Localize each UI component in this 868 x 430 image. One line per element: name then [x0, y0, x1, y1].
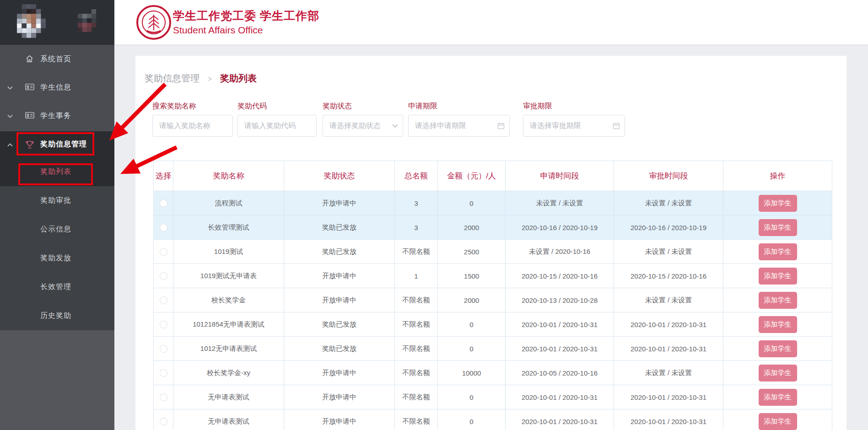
- award-name-field[interactable]: [153, 115, 232, 136]
- column-header: 金额（元）/人: [438, 161, 506, 191]
- row-select-radio[interactable]: [160, 296, 167, 304]
- filter-label: 申请期限: [408, 102, 510, 111]
- column-header: 审批时间段: [614, 161, 723, 191]
- award-amount-cell: 10000: [438, 361, 506, 385]
- filter-award-name: 搜索奖助名称: [152, 102, 233, 137]
- sidebar-subitem-award-grant[interactable]: 奖助发放: [0, 244, 114, 273]
- breadcrumb-parent[interactable]: 奖助信息管理: [145, 73, 199, 83]
- row-select-radio[interactable]: [160, 248, 167, 256]
- apply-period-cell: 2020-10-01 / 2020-10-31: [506, 337, 614, 361]
- sidebar-item-label: 学生信息: [40, 83, 71, 92]
- idcard-icon: [25, 111, 34, 120]
- apply-period-cell: 2020-10-01 / 2020-10-31: [506, 409, 614, 430]
- award-name-cell: 1019测试: [173, 240, 284, 264]
- sidebar-subitem-history-award[interactable]: 历史奖助: [0, 301, 114, 330]
- award-status-field[interactable]: [323, 115, 403, 136]
- award-name-cell: 1012无申请表测试: [173, 337, 284, 361]
- award-code-field[interactable]: [238, 115, 316, 136]
- apply-period-date-picker[interactable]: [408, 115, 510, 137]
- award-amount-cell: 0: [438, 409, 506, 430]
- award-name-input[interactable]: [152, 115, 233, 137]
- trophy-icon: [25, 140, 34, 149]
- row-select-radio[interactable]: [160, 418, 167, 425]
- apply-period-cell: 2020-10-15 / 2020-10-16: [506, 264, 614, 288]
- sidebar-item-student-affairs[interactable]: 学生事务: [0, 102, 114, 130]
- chevron-down-icon: [5, 112, 15, 120]
- award-status-cell: 开放申请中: [284, 409, 395, 430]
- row-select-radio[interactable]: [160, 369, 167, 377]
- table-row: 1012无申请表测试奖助已发放不限名额02020-10-01 / 2020-10…: [154, 337, 832, 361]
- sidebar-subitem-award-list[interactable]: 奖助列表: [0, 157, 114, 186]
- apply-period-cell: 2020-10-05 / 2020-10-16: [506, 361, 614, 385]
- row-select-radio[interactable]: [160, 272, 167, 280]
- column-header: 奖助名称: [173, 161, 284, 191]
- award-amount-cell: 1500: [438, 264, 506, 288]
- sidebar-item-label: 系统首页: [40, 54, 71, 64]
- row-select-radio[interactable]: [160, 345, 167, 353]
- add-student-button[interactable]: 添加学生: [759, 219, 797, 236]
- site-title-en: Student Affairs Office: [173, 25, 263, 36]
- add-student-button[interactable]: 添加学生: [759, 292, 797, 309]
- award-amount-cell: 2000: [438, 288, 506, 312]
- row-select-radio[interactable]: [160, 199, 167, 207]
- award-name-cell: 无申请表测试: [173, 385, 284, 409]
- table-row: 1019测试无申请表开放申请中115002020-10-15 / 2020-10…: [154, 264, 832, 288]
- sidebar-subitem-award-approval[interactable]: 奖助审批: [0, 186, 114, 215]
- add-student-button[interactable]: 添加学生: [759, 243, 797, 260]
- approve-period-cell: 未设置 / 未设置: [614, 240, 723, 264]
- award-amount-cell: 2500: [438, 240, 506, 264]
- add-student-button[interactable]: 添加学生: [759, 316, 797, 333]
- award-quota-cell: 不限名额: [395, 312, 438, 337]
- sidebar-item-student-info[interactable]: 学生信息: [0, 73, 114, 102]
- site-title-cn: 学生工作党工委 学生工作部: [173, 8, 319, 23]
- breadcrumb-current: 奖助列表: [220, 73, 257, 83]
- add-student-button[interactable]: 添加学生: [759, 268, 797, 285]
- award-quota-cell: 3: [395, 215, 438, 240]
- award-code-input[interactable]: [237, 115, 317, 137]
- user-avatar[interactable]: [17, 3, 46, 39]
- sidebar-item-label: 奖助信息管理: [40, 140, 87, 149]
- approve-period-date-picker[interactable]: [523, 115, 625, 137]
- apply-period-field[interactable]: [409, 115, 509, 136]
- sidebar-item-award-info-mgmt[interactable]: 奖助信息管理: [0, 131, 114, 157]
- sidebar-subitem-public-info[interactable]: 公示信息: [0, 215, 114, 244]
- secondary-avatar[interactable]: [77, 9, 97, 32]
- award-quota-cell: 3: [395, 191, 438, 215]
- award-name-cell: 校长奖学金: [173, 288, 284, 312]
- add-student-button[interactable]: 添加学生: [759, 195, 797, 212]
- add-student-button[interactable]: 添加学生: [759, 365, 797, 382]
- add-student-button[interactable]: 添加学生: [759, 413, 797, 430]
- award-quota-cell: 不限名额: [395, 337, 438, 361]
- table-row: 无申请表测试开放申请中不限名额02020-10-01 / 2020-10-312…: [154, 409, 832, 430]
- award-amount-cell: 0: [438, 191, 506, 215]
- add-student-button[interactable]: 添加学生: [759, 340, 797, 357]
- filter-award-status: 奖助状态: [323, 102, 403, 137]
- award-quota-cell: 不限名额: [395, 240, 438, 264]
- logo-ring-text: EAST CHINA NORMAL UNIVERSITY: [136, 5, 172, 5]
- award-status-select[interactable]: [323, 115, 403, 137]
- idcard-icon: [25, 83, 34, 92]
- approve-period-cell: 2020-10-01 / 2020-10-31: [614, 337, 723, 361]
- apply-period-cell: 2020-10-13 / 2020-10-28: [506, 288, 614, 312]
- award-name-cell: 长效管理测试: [173, 215, 284, 240]
- approve-period-cell: 2020-10-01 / 2020-10-31: [614, 385, 723, 409]
- apply-period-cell: 2020-10-01 / 2020-10-31: [506, 385, 614, 409]
- row-select-radio[interactable]: [160, 321, 167, 328]
- award-table: 选择奖助名称奖助状态总名额金额（元）/人申请时间段审批时间段操作 流程测试开放申…: [153, 161, 832, 430]
- award-quota-cell: 不限名额: [395, 361, 438, 385]
- sidebar-subitem-label: 奖助发放: [40, 253, 71, 263]
- topbar: EAST CHINA NORMAL UNIVERSITY 学生工作党工委 学生工…: [114, 0, 868, 45]
- add-student-button[interactable]: 添加学生: [759, 389, 797, 406]
- row-select-radio[interactable]: [160, 393, 167, 401]
- approve-period-field[interactable]: [523, 115, 625, 136]
- table-row: 流程测试开放申请中30未设置 / 未设置未设置 / 未设置添加学生: [154, 191, 832, 215]
- sidebar-item-home[interactable]: 系统首页: [0, 45, 114, 73]
- column-header: 奖助状态: [284, 161, 395, 191]
- award-status-cell: 开放申请中: [284, 288, 395, 312]
- sidebar-subitem-longterm-mgmt[interactable]: 长效管理: [0, 273, 114, 301]
- sidebar-subitem-label: 公示信息: [40, 225, 71, 234]
- sidebar-header: [0, 0, 114, 45]
- table-row: 长效管理测试奖助已发放320002020-10-16 / 2020-10-192…: [154, 215, 832, 240]
- row-select-radio[interactable]: [160, 224, 167, 231]
- sidebar-subitem-label: 长效管理: [40, 282, 71, 292]
